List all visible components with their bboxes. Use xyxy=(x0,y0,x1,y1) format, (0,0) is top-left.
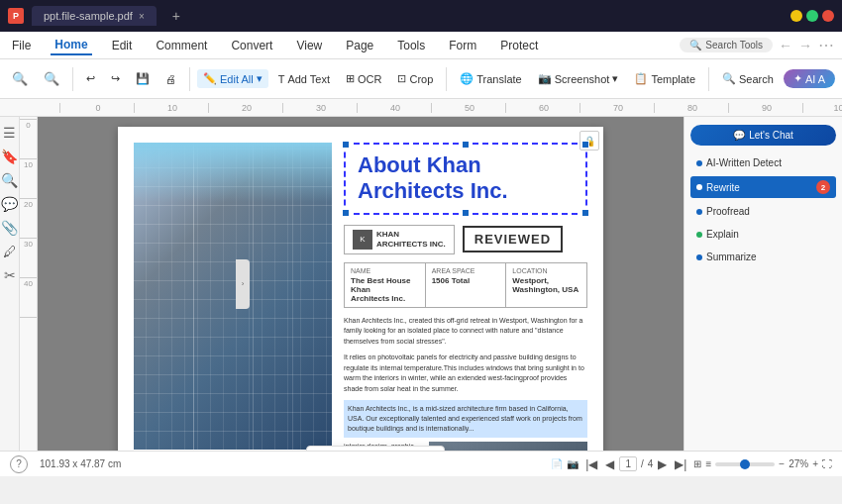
scan-icon[interactable]: 📷 xyxy=(567,458,579,469)
body-text-2: It relies on photovoltaic panels for ele… xyxy=(344,353,587,394)
ai-option-rewrite[interactable]: Rewrite 2 xyxy=(690,176,836,198)
page-separator: / xyxy=(641,458,644,469)
translate-btn[interactable]: 🌐 Translate xyxy=(454,69,527,88)
panel-icon-2[interactable]: 🔖 xyxy=(1,149,18,164)
page-layout: About Khan Architects Inc. K KHANARCHITE… xyxy=(134,143,587,451)
ai-option-summarize[interactable]: Summarize xyxy=(690,248,836,266)
menu-edit[interactable]: Edit xyxy=(108,37,137,54)
screenshot-label: Screenshot xyxy=(555,73,610,85)
zoom-slider[interactable] xyxy=(715,462,775,466)
zoom-out-icon: 🔍 xyxy=(12,71,28,86)
save-icon: 💾 xyxy=(136,72,150,85)
file-tab[interactable]: ppt.file-sample.pdf × xyxy=(32,6,157,26)
anchor-bm xyxy=(462,209,470,217)
v-ruler-40: 40 xyxy=(20,277,37,317)
menu-file[interactable]: File xyxy=(8,37,35,54)
panel-icon-4[interactable]: 💬 xyxy=(1,196,18,212)
nav-back-btn[interactable]: ← xyxy=(779,38,792,53)
ai-dropdown-menu: AI AI-Written Detect ↻ Rewrite 2 ✓ Proof… xyxy=(306,446,445,451)
panel-icon-5[interactable]: 📎 xyxy=(1,220,18,236)
anchor-tm xyxy=(462,141,470,149)
ai-chat-btn[interactable]: 💬 Let's Chat xyxy=(690,125,836,146)
menu-page[interactable]: Page xyxy=(342,37,377,54)
ruler-20: 20 xyxy=(208,103,282,113)
panel-icon-1[interactable]: ☰ xyxy=(3,125,16,141)
nav-forward-btn[interactable]: → xyxy=(798,38,812,53)
ai-option-proofread[interactable]: Proofread xyxy=(690,202,836,221)
separator-2 xyxy=(189,67,190,91)
current-page[interactable]: 1 xyxy=(619,456,637,471)
last-page-btn[interactable]: ▶| xyxy=(672,456,689,472)
panel-icon-3[interactable]: 🔍 xyxy=(1,172,18,188)
chevron-down-icon: ▾ xyxy=(257,72,263,85)
status-bar: ? 101.93 x 47.87 cm 📄 📷 |◀ ◀ 1 / 4 ▶ ▶| … xyxy=(0,451,842,476)
screenshot-btn[interactable]: 📷 Screenshot ▾ xyxy=(532,69,625,88)
menu-convert[interactable]: Convert xyxy=(227,37,276,54)
zoom-out-btn[interactable]: 🔍 xyxy=(6,68,34,89)
info-label-name: Name xyxy=(351,267,419,274)
view-mode-icon-2[interactable]: ≡ xyxy=(705,458,711,469)
stamp-icon[interactable]: 📄 xyxy=(551,458,563,469)
menu-tools[interactable]: Tools xyxy=(393,37,429,54)
fullscreen-btn[interactable]: ⛶ xyxy=(822,458,832,469)
search-tools-btn[interactable]: 🔍 Search Tools xyxy=(680,38,773,52)
page-indicator: 1 / 4 xyxy=(619,456,653,471)
collapse-panel-btn[interactable]: › xyxy=(236,259,250,309)
menu-home[interactable]: Home xyxy=(51,36,91,55)
ai-option-detect[interactable]: AI-Written Detect xyxy=(690,153,836,172)
ai-btn[interactable]: ✦ AI A xyxy=(784,69,835,88)
info-label-location: Location xyxy=(512,267,580,274)
toolbar: 🔍 🔍 ↩ ↪ 💾 🖨 ✏️ Edit All ▾ T Add Text ⊞ O… xyxy=(0,59,842,99)
template-btn[interactable]: 📋 Template xyxy=(628,69,701,88)
zoom-in-btn[interactable]: 🔍 xyxy=(38,68,65,89)
menu-view[interactable]: View xyxy=(292,37,326,54)
add-tab-btn[interactable]: + xyxy=(164,4,188,28)
print-btn[interactable]: 🖨 xyxy=(159,70,182,88)
ocr-btn[interactable]: ⊞ OCR xyxy=(340,69,387,88)
ai-option-explain[interactable]: Explain xyxy=(690,225,836,244)
close-btn[interactable] xyxy=(822,10,834,22)
nav-menu-btn[interactable]: ⋯ xyxy=(818,36,834,54)
template-label: Template xyxy=(651,73,695,85)
total-pages: 4 xyxy=(648,458,654,469)
panel-icon-6[interactable]: 🖊 xyxy=(3,244,17,259)
ai-detect-panel-label: AI-Written Detect xyxy=(706,157,782,168)
menu-form[interactable]: Form xyxy=(445,37,480,54)
menu-bar: File Home Edit Comment Convert View Page… xyxy=(0,32,842,59)
left-panel: ☰ 🔖 🔍 💬 📎 🖊 ✂ xyxy=(0,117,20,451)
save-btn[interactable]: 💾 xyxy=(130,69,156,88)
first-page-btn[interactable]: |◀ xyxy=(582,456,600,472)
zoom-out-status-btn[interactable]: − xyxy=(779,458,785,469)
view-mode-icon-1[interactable]: ⊞ xyxy=(693,458,701,469)
separator-3 xyxy=(446,67,447,91)
close-tab-btn[interactable]: × xyxy=(139,11,145,22)
add-text-btn[interactable]: T Add Text xyxy=(272,70,336,88)
anchor-br xyxy=(581,209,589,217)
ai-dot-rewrite xyxy=(696,184,702,190)
crop-btn[interactable]: ⊡ Crop xyxy=(391,69,439,88)
redo-btn[interactable]: ↪ xyxy=(105,69,126,88)
search-btn[interactable]: 🔍 Search xyxy=(716,69,780,88)
ruler-30: 30 xyxy=(282,103,357,113)
menu-comment[interactable]: Comment xyxy=(152,37,211,54)
zoom-in-status-btn[interactable]: + xyxy=(812,458,818,469)
window-controls xyxy=(790,10,834,22)
prev-page-btn[interactable]: ◀ xyxy=(602,456,617,472)
ai-rewrite-badge: 2 xyxy=(816,180,830,194)
menu-protect[interactable]: Protect xyxy=(496,37,542,54)
next-page-btn[interactable]: ▶ xyxy=(655,456,670,472)
panel-icon-7[interactable]: ✂ xyxy=(4,267,16,283)
edit-all-btn[interactable]: ✏️ Edit All ▾ xyxy=(197,69,268,88)
help-btn[interactable]: ? xyxy=(10,455,28,473)
ruler-0: 0 xyxy=(59,103,134,113)
ai-dot-summarize xyxy=(696,254,702,260)
undo-btn[interactable]: ↩ xyxy=(80,69,101,88)
anchor-tr xyxy=(581,141,589,149)
document-page: 🔒 xyxy=(118,127,603,451)
ocr-label: OCR xyxy=(358,73,381,85)
maximize-btn[interactable] xyxy=(806,10,818,22)
ai-icon: ✦ xyxy=(793,72,802,85)
horizontal-ruler: 0 10 20 30 40 50 60 70 80 90 100 xyxy=(0,99,842,117)
minimize-btn[interactable] xyxy=(790,10,802,22)
print-icon: 🖨 xyxy=(165,73,176,85)
